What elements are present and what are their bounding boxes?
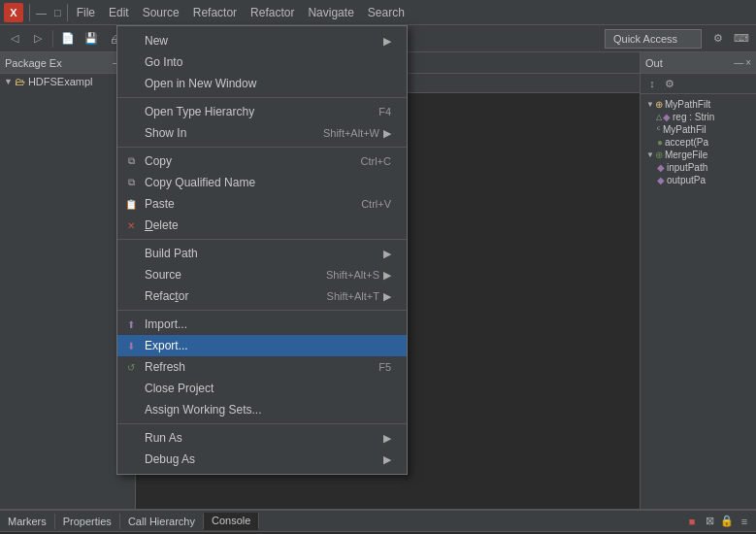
eclipse-icon[interactable]: X (4, 3, 23, 22)
toolbar-extra1[interactable]: ⚙ (707, 28, 729, 50)
left-panel-header: Package Ex — × (0, 52, 135, 74)
ctx-sep-5 (117, 423, 407, 424)
ctx-source-arrow: ▶ (383, 269, 391, 282)
toolbar-extra2[interactable]: ⌨ (731, 28, 752, 50)
right-panel: Out — × ↕ ⚙ ▼ ⊕ MyPathFilt △ ◆ reg : Str… (640, 52, 756, 509)
ctx-copy-qualified-icon: ⧉ (123, 175, 139, 190)
ctx-debug-as-label: Debug As (145, 452, 195, 466)
ctx-paste-label: Paste (145, 197, 175, 211)
outline-item-4[interactable]: ▼ ⊕ MergeFile (642, 149, 754, 161)
tree-item-label: HDFSExampl (28, 76, 93, 87)
tab-properties[interactable]: Properties (55, 514, 120, 529)
quick-access-box[interactable]: Quick Access (605, 29, 702, 49)
outline-label-5: inputPath (667, 162, 707, 173)
ctx-debug-as-arrow: ▶ (383, 453, 391, 466)
menu-navigate[interactable]: Navigate (301, 4, 360, 21)
outline-tree: ▼ ⊕ MyPathFilt △ ◆ reg : Strin ᶜ MyPathF… (641, 94, 756, 509)
ctx-open-new-window-label: Open in New Window (145, 77, 256, 90)
maximize-icon[interactable]: □ (50, 7, 65, 18)
quick-access-label: Quick Access (613, 33, 677, 45)
outline-item-0[interactable]: ▼ ⊕ MyPathFilt (642, 98, 754, 111)
console-scroll-lock[interactable]: 🔒 (719, 514, 735, 529)
ctx-show-in[interactable]: Show In Shift+Alt+W ▶ (117, 122, 407, 144)
ctx-source-shortcut: Shift+Alt+S (326, 269, 379, 281)
ctx-source-label: Source (145, 268, 181, 282)
ctx-go-into[interactable]: Go Into (117, 51, 407, 73)
ctx-delete[interactable]: ✕ Delete (117, 215, 407, 236)
toolbar-save[interactable]: 💾 (81, 28, 102, 50)
outline-item-1[interactable]: △ ◆ reg : Strin (642, 111, 754, 123)
ctx-open-new-window[interactable]: Open in New Window (117, 73, 407, 94)
menu-bar: X — □ File Edit Source Refactor Refactor… (0, 0, 756, 25)
ctx-copy-shortcut: Ctrl+C (361, 155, 391, 167)
ctx-copy-qualified[interactable]: ⧉ Copy Qualified Name (117, 172, 407, 193)
ctx-debug-as[interactable]: Debug As ▶ (117, 449, 407, 470)
ctx-show-in-shortcut: Shift+Alt+W (323, 127, 379, 139)
bottom-area: Markers Properties Call Hierarchy Consol… (0, 509, 756, 534)
console-stop-btn[interactable]: ■ (684, 514, 700, 529)
tree-arrow: ▼ (4, 77, 13, 86)
menu-refactor1[interactable]: Refactor (186, 4, 244, 21)
tab-console[interactable]: Console (204, 513, 259, 530)
ctx-source[interactable]: Source Shift+Alt+S ▶ (117, 264, 407, 285)
ctx-refactor-label: Refactor (145, 289, 188, 303)
ctx-copy-label: Copy (145, 154, 172, 168)
menu-refactor2[interactable]: Refactor (244, 4, 301, 21)
ctx-refactor-shortcut: Shift+Alt+T (327, 290, 379, 302)
menu-file[interactable]: File (70, 4, 102, 21)
tab-markers[interactable]: Markers (0, 514, 55, 529)
ctx-sep-4 (117, 310, 407, 311)
menu-search[interactable]: Search (361, 4, 411, 21)
ctx-assign-working-sets[interactable]: Assign Working Sets... (117, 399, 407, 420)
ctx-run-as[interactable]: Run As ▶ (117, 427, 407, 449)
toolbar-new[interactable]: 📄 (57, 28, 79, 50)
left-panel: Package Ex — × ▼ 🗁 HDFSExampl (0, 52, 136, 509)
toolbar-forward[interactable]: ▷ (27, 28, 49, 50)
ctx-refactor[interactable]: Refactor Shift+Alt+T ▶ (117, 285, 407, 307)
toolbar-sep1 (52, 30, 53, 48)
ctx-refresh[interactable]: ↺ Refresh F5 (117, 356, 407, 378)
ctx-show-in-label: Show In (145, 126, 186, 140)
outline-item-3[interactable]: ● accept(Pa (642, 136, 754, 149)
outline-field-icon-1: ◆ (663, 112, 671, 122)
menu-source[interactable]: Source (136, 4, 186, 21)
outline-sort[interactable]: ↕ (644, 76, 660, 91)
outline-item-5[interactable]: ◆ inputPath (642, 161, 754, 174)
menu-edit[interactable]: Edit (102, 4, 136, 21)
minimize-icon[interactable]: — (32, 7, 50, 18)
ctx-refresh-icon: ↺ (123, 359, 139, 375)
ctx-show-in-arrow: ▶ (383, 127, 391, 140)
ctx-refactor-arrow: ▶ (383, 290, 391, 303)
ctx-import[interactable]: ⬆ Import... (117, 314, 407, 335)
ctx-open-type-hierarchy[interactable]: Open Type Hierarchy F4 (117, 101, 407, 122)
ctx-new[interactable]: New ▶ (117, 30, 407, 51)
outline-class-icon-4: ⊕ (655, 150, 663, 160)
outline-label-0: MyPathFilt (665, 99, 710, 110)
tab-call-hierarchy[interactable]: Call Hierarchy (120, 514, 204, 529)
ctx-sep-1 (117, 97, 407, 98)
ctx-build-path[interactable]: Build Path ▶ (117, 243, 407, 264)
folder-icon: 🗁 (15, 76, 25, 87)
ctx-copy[interactable]: ⧉ Copy Ctrl+C (117, 150, 407, 172)
console-clear-btn[interactable]: ⊠ (702, 514, 717, 529)
ctx-run-as-arrow: ▶ (383, 432, 391, 445)
outline-item-2[interactable]: ᶜ MyPathFil (642, 123, 754, 136)
ctx-close-project[interactable]: Close Project (117, 378, 407, 399)
ctx-paste-icon: 📋 (123, 196, 139, 212)
tree-item-project[interactable]: ▼ 🗁 HDFSExampl (0, 74, 135, 89)
outline-item-6[interactable]: ◆ outputPa (642, 174, 754, 186)
ctx-go-into-label: Go Into (145, 55, 182, 69)
ctx-paste[interactable]: 📋 Paste Ctrl+V (117, 193, 407, 215)
right-panel-minimize[interactable]: — (734, 57, 743, 68)
ctx-copy-qualified-label: Copy Qualified Name (145, 176, 255, 189)
toolbar-back[interactable]: ◁ (4, 28, 25, 50)
outline-constructor-icon-2: ᶜ (657, 124, 661, 135)
outline-label-6: outputPa (667, 175, 706, 185)
console-word-wrap[interactable]: ≡ (737, 514, 752, 529)
ctx-export[interactable]: ⬇ Export... (117, 335, 407, 356)
ctx-run-as-label: Run As (145, 431, 182, 445)
right-panel-close[interactable]: × (745, 57, 751, 68)
ctx-refresh-label: Refresh (145, 360, 185, 374)
outline-filter[interactable]: ⚙ (662, 76, 677, 91)
ctx-open-type-hierarchy-shortcut: F4 (378, 106, 391, 117)
